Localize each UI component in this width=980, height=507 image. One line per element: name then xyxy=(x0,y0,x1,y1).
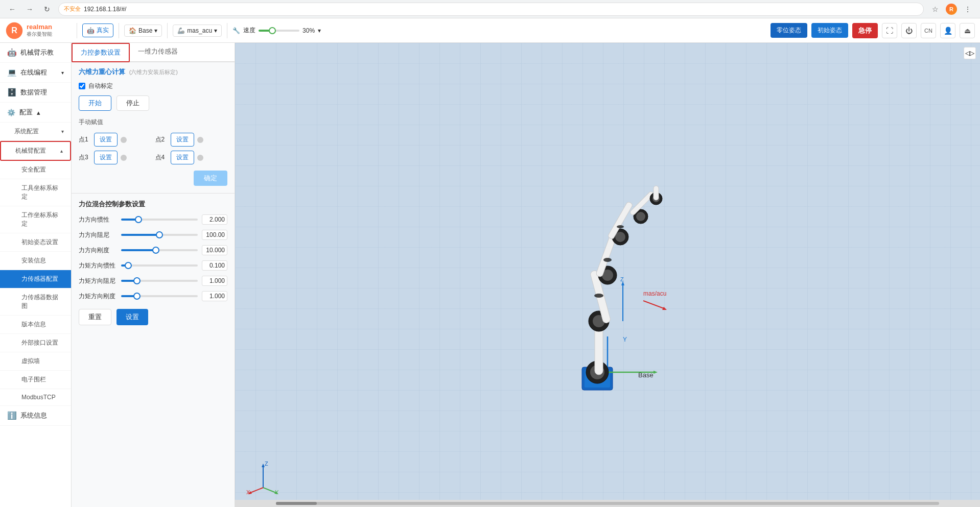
point-row-1: 点1 设置 xyxy=(79,133,151,147)
menu-button[interactable]: ⋮ xyxy=(961,2,975,16)
torque-damping-slider[interactable] xyxy=(121,280,198,282)
sidebar-item-online-prog-label: 在线编程 xyxy=(20,68,47,77)
set-button[interactable]: 设置 xyxy=(116,309,148,325)
torque-inertia-value[interactable]: 0.100 xyxy=(202,260,227,271)
sidebar-item-force-sensor-data-label: 力传感器数据图 xyxy=(21,293,64,310)
speed-label: 速度 xyxy=(243,26,255,35)
init-pose-button[interactable]: 初始姿态 xyxy=(811,23,848,38)
sidebar-item-data-mgmt[interactable]: 🗄️ 数据管理 xyxy=(0,83,71,103)
base-chevron-icon: ▾ xyxy=(154,27,157,34)
sidebar-item-arm-config[interactable]: 机械臂配置 ▴ xyxy=(0,141,71,161)
sidebar-item-tool-calib[interactable]: 工具坐标系标定 xyxy=(0,179,71,206)
auto-calibrate-checkbox[interactable] xyxy=(79,83,85,89)
sidebar-item-init-pose[interactable]: 初始姿态设置 xyxy=(0,233,71,252)
svg-text:Y: Y xyxy=(275,489,279,495)
sys-info-icon: ℹ️ xyxy=(7,411,16,420)
speed-slider[interactable] xyxy=(259,30,299,32)
confirm-row: 确定 xyxy=(72,168,235,191)
sidebar-item-ext-interface[interactable]: 外部接口设置 xyxy=(0,334,71,352)
estop-button[interactable]: 急停 xyxy=(852,23,878,38)
forward-button[interactable]: → xyxy=(22,2,37,16)
sidebar-item-force-sensor-config[interactable]: 力传感器配置 xyxy=(0,270,71,288)
online-prog-chevron-icon: ▾ xyxy=(61,70,64,76)
lang-switch-button[interactable]: CN xyxy=(921,23,936,38)
scrollbar-thumb[interactable] xyxy=(276,502,317,505)
param-torque-stiffness-label: 力矩方向刚度 xyxy=(79,292,117,301)
sidebar-item-init-pose-label: 初始姿态设置 xyxy=(21,238,58,247)
base-icon: 🏠 xyxy=(129,27,136,34)
sidebar-item-teach-label: 机械臂示教 xyxy=(20,48,54,57)
point-3-set-button[interactable]: 设置 xyxy=(94,151,118,164)
gravity-title-text: 六维力重心计算 xyxy=(79,68,125,76)
sidebar-item-sys-config-label: 系统配置 xyxy=(14,127,39,136)
force-inertia-slider[interactable] xyxy=(121,219,198,221)
param-torque-inertia-label: 力矩方向惯性 xyxy=(79,261,117,270)
force-stiffness-value[interactable]: 10.000 xyxy=(202,245,227,255)
torque-stiffness-slider[interactable] xyxy=(121,295,198,297)
point-2-label: 点2 xyxy=(155,135,168,144)
teach-icon: 🤖 xyxy=(7,48,16,57)
back-button[interactable]: ← xyxy=(5,2,19,16)
torque-stiffness-value[interactable]: 1.000 xyxy=(202,291,227,301)
stop-button[interactable]: 停止 xyxy=(116,95,149,111)
svg-point-37 xyxy=(617,225,624,228)
sidebar-item-sys-config[interactable]: 系统配置 ▾ xyxy=(0,123,71,141)
browser-chrome: ← → ↻ 不安全 192.168.1.18/#/ ☆ R ⋮ xyxy=(0,0,980,18)
profile-button[interactable]: R xyxy=(944,2,959,16)
sidebar-item-work-calib[interactable]: 工作坐标系标定 xyxy=(0,206,71,233)
svg-text:Z: Z xyxy=(265,461,268,467)
axes-svg: Z Y X xyxy=(245,460,281,495)
arm-selector[interactable]: 🦾 mas_acu ▾ xyxy=(173,25,222,37)
confirm-button[interactable]: 确定 xyxy=(194,171,227,186)
tab-force-control[interactable]: 力控参数设置 xyxy=(72,43,130,62)
point-1-set-button[interactable]: 设置 xyxy=(94,133,118,147)
sidebar-item-e-fence[interactable]: 电子围栏 xyxy=(0,371,71,389)
sidebar-item-install-info[interactable]: 安装信息 xyxy=(0,252,71,270)
force-mix-title: 力位混合控制参数设置 xyxy=(72,196,235,212)
start-button[interactable]: 开始 xyxy=(79,95,111,111)
sidebar-item-online-prog[interactable]: 💻 在线编程 ▾ xyxy=(0,63,71,83)
svg-text:Z: Z xyxy=(620,276,624,282)
point-1-label: 点1 xyxy=(79,135,91,144)
sidebar-item-modbus-tcp[interactable]: ModbusTCP xyxy=(0,389,71,406)
point-2-set-button[interactable]: 设置 xyxy=(171,133,194,147)
sidebar-item-teach[interactable]: 🤖 机械臂示教 xyxy=(0,43,71,63)
reload-button[interactable]: ↻ xyxy=(40,2,54,16)
svg-line-44 xyxy=(250,488,263,493)
force-inertia-value[interactable]: 2.000 xyxy=(202,214,227,225)
sidebar-item-config[interactable]: ⚙️ 配置 ▴ xyxy=(0,103,71,123)
divider-2 xyxy=(119,23,119,38)
sidebar-item-version-info[interactable]: 版本信息 xyxy=(0,316,71,334)
fullscreen-button[interactable]: ⛶ xyxy=(882,23,897,38)
sidebar-item-sys-info[interactable]: ℹ️ 系统信息 xyxy=(0,406,71,426)
zero-pose-button[interactable]: 零位姿态 xyxy=(771,23,807,38)
address-bar[interactable]: 不安全 192.168.1.18/#/ xyxy=(58,3,924,16)
force-damping-value[interactable]: 100.00 xyxy=(202,230,227,240)
arm-icon: 🦾 xyxy=(177,27,185,34)
reset-button[interactable]: 重置 xyxy=(79,309,111,325)
tab-1d-sensor[interactable]: 一维力传感器 xyxy=(130,43,186,62)
point-4-indicator xyxy=(197,155,203,161)
sidebar-item-safe-config[interactable]: 安全配置 xyxy=(0,161,71,179)
mode-real-button[interactable]: 🤖 真实 xyxy=(82,23,113,37)
param-torque-inertia: 力矩方向惯性 0.100 xyxy=(72,258,235,273)
svg-line-12 xyxy=(643,301,664,308)
force-stiffness-slider[interactable] xyxy=(121,249,198,251)
viewport-collapse-button[interactable]: ◁▷ xyxy=(964,47,976,59)
force-damping-slider[interactable] xyxy=(121,234,198,236)
torque-damping-value[interactable]: 1.000 xyxy=(202,276,227,286)
user-button[interactable]: 👤 xyxy=(940,23,955,38)
sidebar-item-force-sensor-data[interactable]: 力传感器数据图 xyxy=(0,288,71,316)
bookmark-icon[interactable]: ☆ xyxy=(928,2,942,16)
param-force-stiffness: 力方向刚度 10.000 xyxy=(72,243,235,258)
sidebar-item-virtual-wall[interactable]: 虚拟墙 xyxy=(0,352,71,371)
torque-inertia-slider[interactable] xyxy=(121,264,198,267)
viewport-scrollbar[interactable] xyxy=(235,500,980,507)
point-4-set-button[interactable]: 设置 xyxy=(171,151,194,164)
base-selector[interactable]: 🏠 Base ▾ xyxy=(124,25,162,37)
viewport[interactable]: Base Y mas/acu Z xyxy=(235,43,980,507)
point-4-label: 点4 xyxy=(155,153,168,162)
mode-real-label: 真实 xyxy=(97,26,109,35)
logout-button[interactable]: ⏏ xyxy=(960,23,975,38)
power-button[interactable]: ⏻ xyxy=(901,23,917,38)
